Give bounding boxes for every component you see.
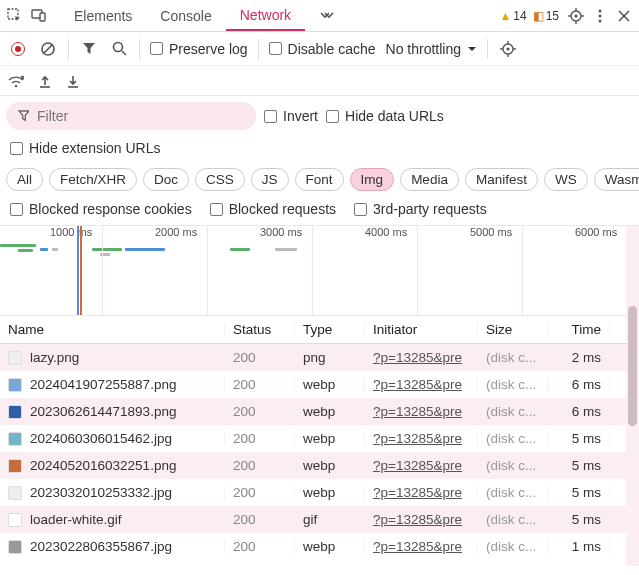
disable-cache-checkbox[interactable]: Disable cache [269,41,376,57]
col-status[interactable]: Status [225,322,295,337]
table-row[interactable]: 2024041907255887.png200webp?p=13285&pre(… [0,371,639,398]
cell-size: (disk c... [478,512,548,527]
tab-elements[interactable]: Elements [60,0,146,31]
clear-button[interactable] [38,39,58,59]
col-time[interactable]: Time [548,322,610,337]
cell-type: gif [295,512,365,527]
filter-input-wrap [6,102,256,130]
file-icon [8,432,22,446]
filter-wasm[interactable]: Wasm [594,168,639,191]
close-icon[interactable] [613,5,635,27]
table-row[interactable]: 2023062614471893.png200webp?p=13285&pre(… [0,398,639,425]
table-row[interactable]: 2023022806355867.jpg200webp?p=13285&pre(… [0,533,639,560]
cell-time: 6 ms [548,404,610,419]
cell-status: 200 [225,431,295,446]
cell-initiator[interactable]: ?p=13285&pre [365,431,478,446]
cell-initiator[interactable]: ?p=13285&pre [365,377,478,392]
filter-input[interactable] [37,108,244,124]
filter-all[interactable]: All [6,168,43,191]
search-icon[interactable] [109,39,129,59]
table-row[interactable]: loader-white.gif200gif?p=13285&pre(disk … [0,506,639,533]
inspect-icon[interactable] [4,5,26,27]
file-name: lazy.png [30,350,79,365]
preserve-log-checkbox[interactable]: Preserve log [150,41,248,57]
scrollbar[interactable] [626,226,639,566]
cell-initiator[interactable]: ?p=13285&pre [365,404,478,419]
filter-fetch[interactable]: Fetch/XHR [49,168,137,191]
filter-icon[interactable] [79,39,99,59]
filter-js[interactable]: JS [251,168,289,191]
cell-size: (disk c... [478,431,548,446]
svg-rect-2 [40,13,45,21]
svg-point-16 [113,43,122,52]
cell-status: 200 [225,512,295,527]
cell-status: 200 [225,458,295,473]
third-party-checkbox[interactable]: 3rd-party requests [354,201,487,217]
kebab-icon[interactable] [589,5,611,27]
file-name: 2024060306015462.jpg [30,431,172,446]
filter-doc[interactable]: Doc [143,168,189,191]
invert-checkbox[interactable]: Invert [264,108,318,124]
network-conditions-icon[interactable] [498,39,518,59]
upload-icon[interactable] [38,74,52,88]
file-icon [8,378,22,392]
col-name[interactable]: Name [0,322,225,337]
hide-extension-urls-checkbox[interactable]: Hide extension URLs [10,140,629,156]
table-row[interactable]: lazy.png200png?p=13285&pre(disk c...2 ms [0,344,639,371]
timeline-tick: 2000 ms [155,226,197,238]
filter-ws[interactable]: WS [544,168,588,191]
cell-initiator[interactable]: ?p=13285&pre [365,512,478,527]
timeline-tick: 6000 ms [575,226,617,238]
chevron-down-icon [467,46,477,52]
cell-time: 2 ms [548,350,610,365]
cell-initiator[interactable]: ?p=13285&pre [365,458,478,473]
cell-initiator[interactable]: ?p=13285&pre [365,539,478,554]
file-icon [8,513,22,527]
settings-icon[interactable] [565,5,587,27]
filter-img[interactable]: Img [350,168,395,191]
warning-count: 14 [513,9,526,23]
blocked-requests-checkbox[interactable]: Blocked requests [210,201,336,217]
type-filters: All Fetch/XHR Doc CSS JS Font Img Media … [0,164,639,197]
timeline-tick: 5000 ms [470,226,512,238]
download-icon[interactable] [66,74,80,88]
file-name: 2023032010253332.jpg [30,485,172,500]
blocked-cookies-checkbox[interactable]: Blocked response cookies [10,201,192,217]
file-name: 2024052016032251.png [30,458,176,473]
table-row[interactable]: 2024052016032251.png200webp?p=13285&pre(… [0,452,639,479]
hide-data-urls-checkbox[interactable]: Hide data URLs [326,108,444,124]
cell-size: (disk c... [478,404,548,419]
col-size[interactable]: Size [478,322,548,337]
file-icon [8,351,22,365]
device-icon[interactable] [28,5,50,27]
table-row[interactable]: 2024060306015462.jpg200webp?p=13285&pre(… [0,425,639,452]
throttling-select[interactable]: No throttling [386,41,477,57]
filter-manifest[interactable]: Manifest [465,168,538,191]
filter-font[interactable]: Font [295,168,344,191]
cell-initiator[interactable]: ?p=13285&pre [365,350,478,365]
filter-media[interactable]: Media [400,168,459,191]
wifi-icon[interactable] [8,74,24,88]
filter-css[interactable]: CSS [195,168,245,191]
waterfall-overview[interactable]: 1000 ms2000 ms3000 ms4000 ms5000 ms6000 … [0,226,639,316]
timeline-tick: 4000 ms [365,226,407,238]
svg-point-4 [574,14,577,17]
record-button[interactable] [8,39,28,59]
cell-initiator[interactable]: ?p=13285&pre [365,485,478,500]
cell-size: (disk c... [478,539,548,554]
col-initiator[interactable]: Initiator [365,322,478,337]
cell-size: (disk c... [478,377,548,392]
filter-row: Invert Hide data URLs [0,96,639,136]
requests-table: Name Status Type Initiator Size Time laz… [0,316,639,560]
file-name: 2023062614471893.png [30,404,176,419]
tab-console[interactable]: Console [146,0,225,31]
cell-time: 5 ms [548,458,610,473]
tab-more[interactable] [305,0,349,31]
tab-network[interactable]: Network [226,0,305,31]
col-type[interactable]: Type [295,322,365,337]
table-row[interactable]: 2023032010253332.jpg200webp?p=13285&pre(… [0,479,639,506]
file-icon [8,459,22,473]
scrollbar-thumb[interactable] [628,306,637,426]
cell-type: webp [295,485,365,500]
warning-counts[interactable]: ▲14 ◧15 [499,9,559,23]
